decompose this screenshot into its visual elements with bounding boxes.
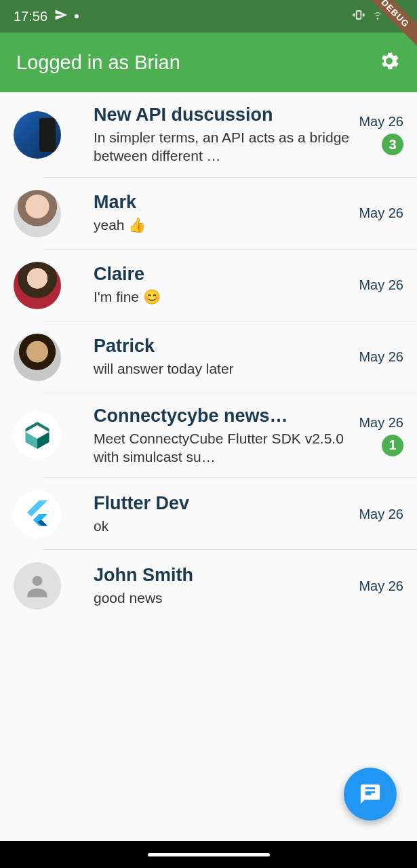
chat-date: May 26 (359, 415, 403, 431)
chat-meta: May 26 (359, 205, 403, 221)
app-bar: Logged in as Brian (0, 33, 417, 92)
chat-content: New API duscussionIn simpler terms, an A… (94, 104, 351, 165)
chat-name: New API duscussion (94, 104, 351, 125)
avatar (14, 412, 61, 459)
chat-item[interactable]: Connectycybe news…Meet ConnectyCube Flut… (0, 393, 417, 479)
chat-item[interactable]: John Smithgood newsMay 26 (0, 550, 417, 622)
svg-point-2 (33, 576, 43, 587)
chat-meta: May 26 (359, 277, 403, 293)
status-bar: 17:56 (0, 0, 417, 33)
chat-date: May 26 (359, 205, 403, 221)
chat-message: good news (94, 589, 351, 607)
nav-handle[interactable] (148, 853, 270, 856)
chat-list: New API duscussionIn simpler terms, an A… (0, 92, 417, 622)
chat-date: May 26 (359, 277, 403, 293)
chat-item[interactable]: New API duscussionIn simpler terms, an A… (0, 92, 417, 178)
new-chat-button[interactable] (344, 768, 397, 821)
status-time: 17:56 (14, 9, 47, 24)
chat-meta: May 26 (359, 578, 403, 594)
chat-item[interactable]: Markyeah 👍May 26 (0, 178, 417, 250)
chat-content: Markyeah 👍 (94, 192, 351, 234)
chat-meta: May 26 (359, 507, 403, 522)
chat-content: ClaireI'm fine 😊 (94, 264, 351, 306)
chat-item[interactable]: Flutter DevokMay 26 (0, 478, 417, 550)
unread-badge: 3 (382, 134, 403, 155)
chat-date: May 26 (359, 349, 403, 365)
avatar (14, 562, 61, 610)
gear-icon (378, 50, 401, 73)
chat-meta: May 263 (359, 114, 403, 155)
chat-date: May 26 (359, 507, 403, 522)
nav-bar (0, 841, 417, 868)
chat-meta: May 261 (359, 415, 403, 456)
telegram-icon (54, 8, 68, 25)
chat-content: Connectycybe news…Meet ConnectyCube Flut… (94, 406, 351, 467)
chat-name: Mark (94, 192, 351, 213)
chat-name: Connectycybe news… (94, 406, 351, 427)
vibrate-icon (352, 8, 365, 24)
chat-message: yeah 👍 (94, 216, 351, 234)
status-left: 17:56 (14, 8, 79, 25)
chat-name: Patrick (94, 336, 351, 357)
chat-icon (359, 783, 382, 806)
chat-content: Patrickwill answer today later (94, 336, 351, 378)
chat-message: I'm fine 😊 (94, 288, 351, 306)
chat-name: Claire (94, 264, 351, 285)
dot-icon (75, 14, 79, 18)
unread-badge: 1 (382, 435, 403, 456)
chat-date: May 26 (359, 578, 403, 594)
avatar (14, 490, 61, 538)
chat-message: Meet ConnectyCube Flutter SDK v2.5.0 wit… (94, 429, 351, 467)
chat-item[interactable]: Patrickwill answer today laterMay 26 (0, 321, 417, 393)
chat-content: Flutter Devok (94, 493, 351, 535)
chat-item[interactable]: ClaireI'm fine 😊May 26 (0, 250, 417, 321)
avatar (14, 262, 61, 309)
chat-name: John Smith (94, 565, 351, 586)
chat-content: John Smithgood news (94, 565, 351, 607)
page-title: Logged in as Brian (16, 52, 180, 74)
svg-rect-0 (357, 11, 361, 19)
settings-button[interactable] (378, 50, 401, 75)
avatar (14, 334, 61, 381)
chat-message: will answer today later (94, 359, 351, 378)
chat-message: In simpler terms, an API acts as a bridg… (94, 128, 351, 165)
chat-date: May 26 (359, 114, 403, 130)
chat-meta: May 26 (359, 349, 403, 365)
chat-message: ok (94, 517, 351, 535)
chat-name: Flutter Dev (94, 493, 351, 514)
avatar (14, 190, 61, 237)
avatar (14, 111, 61, 159)
